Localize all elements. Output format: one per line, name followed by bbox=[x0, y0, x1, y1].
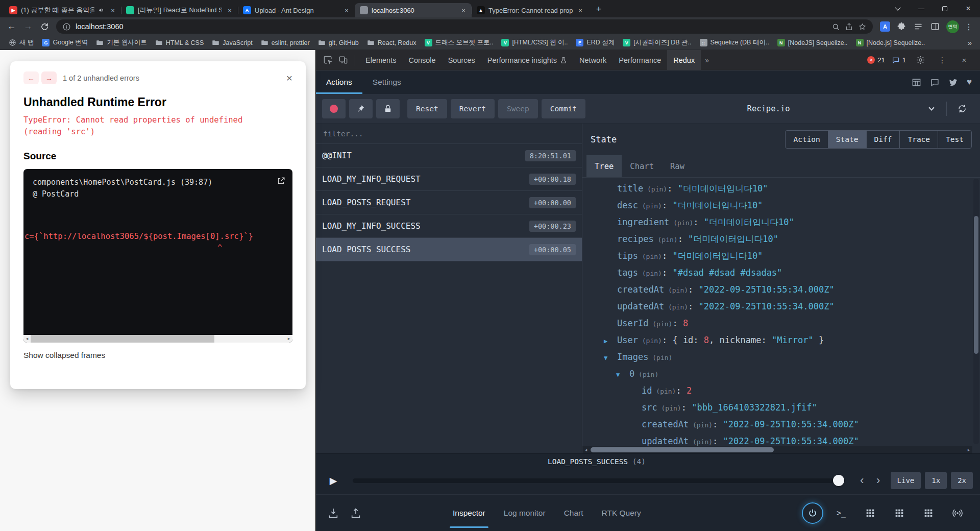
mode-button-state[interactable]: State bbox=[828, 130, 867, 149]
vertical-scroll-thumb[interactable] bbox=[974, 216, 978, 354]
tree-node[interactable]: recipes (pin): "더미데이터입니다10" bbox=[586, 231, 980, 248]
devtools-tab-performance-insights[interactable]: Performance insights bbox=[481, 50, 573, 70]
devtools-tab-elements[interactable]: Elements bbox=[359, 50, 402, 70]
address-bar[interactable]: localhost:3060 bbox=[56, 19, 873, 34]
bookmark-item[interactable]: JavaScript bbox=[208, 37, 256, 48]
grid-icon-2[interactable] bbox=[888, 502, 911, 524]
horizontal-scroll-thumb[interactable] bbox=[591, 447, 774, 452]
inspect-element-icon[interactable] bbox=[320, 53, 335, 67]
tree-node[interactable]: createdAt (pin): "2022-09-25T10:55:34.00… bbox=[586, 416, 980, 433]
view-tab-chart[interactable]: Chart bbox=[622, 155, 662, 177]
back-button[interactable]: ← bbox=[4, 19, 19, 34]
action-row[interactable]: LOAD_MY_INFO_SUCCESS+00:00.23 bbox=[316, 214, 582, 238]
url-text[interactable]: localhost:3060 bbox=[76, 22, 124, 31]
view-tab-tree[interactable]: Tree bbox=[586, 155, 622, 177]
sweep-button[interactable]: Sweep bbox=[498, 99, 538, 118]
vertical-scrollbar[interactable] bbox=[973, 179, 979, 444]
pin-label[interactable]: (pin) bbox=[638, 270, 662, 277]
action-row[interactable]: @@INIT8:20:51.01 bbox=[316, 144, 582, 167]
tree-node[interactable]: tags (pin): "#dsad #dsad #dsadas" bbox=[586, 264, 980, 281]
minimize-icon[interactable]: — bbox=[910, 0, 933, 17]
tree-node[interactable]: updatedAt (pin): "2022-09-25T10:55:34.00… bbox=[586, 298, 980, 315]
devtools-menu-icon[interactable]: ⋮ bbox=[935, 53, 950, 67]
issues-badge[interactable]: 1 bbox=[892, 56, 906, 64]
mode-button-diff[interactable]: Diff bbox=[866, 130, 900, 149]
tree-node[interactable]: createdAt (pin): "2022-09-25T10:55:34.00… bbox=[586, 281, 980, 298]
devtools-tab-performance[interactable]: Performance bbox=[612, 50, 667, 70]
pin-label[interactable]: (pin) bbox=[664, 303, 688, 311]
bookmark-item[interactable]: 새 탭 bbox=[5, 37, 37, 49]
bookmark-item[interactable]: GGoogle 번역 bbox=[38, 37, 91, 49]
collapse-icon[interactable]: ▼ bbox=[604, 350, 617, 367]
browser-tab[interactable]: [리뉴얼] React로 NodeBird SNS× bbox=[121, 3, 238, 17]
tab-close-icon[interactable]: × bbox=[226, 6, 234, 14]
collapse-icon[interactable]: ▼ bbox=[616, 367, 629, 383]
code-horizontal-scrollbar[interactable]: ◂ ▸ bbox=[23, 335, 292, 343]
new-tab-button[interactable]: + bbox=[592, 2, 606, 16]
pin-label[interactable]: (pin) bbox=[652, 388, 676, 395]
instance-selector[interactable]: Recipe.io bbox=[594, 99, 943, 118]
tree-node[interactable]: ▼0 (pin) bbox=[586, 366, 980, 382]
footer-tab-chart[interactable]: Chart bbox=[555, 495, 593, 531]
maximize-icon[interactable] bbox=[933, 0, 957, 17]
devtools-settings-icon[interactable] bbox=[913, 53, 928, 67]
source-file-path[interactable]: components\HomePost\PostCard.js (39:87) … bbox=[23, 169, 238, 201]
play-button[interactable]: ▶ bbox=[323, 470, 344, 491]
redux-tab-actions[interactable]: Actions bbox=[316, 70, 362, 94]
bookmark-item[interactable]: HTML & CSS bbox=[152, 37, 208, 48]
tab-search-icon[interactable] bbox=[886, 0, 910, 17]
horizontal-scrollbar[interactable]: ◂ ▸ bbox=[582, 446, 972, 453]
mode-button-trace[interactable]: Trace bbox=[899, 130, 938, 149]
step-back-button[interactable]: ‹ bbox=[854, 471, 870, 490]
reload-button[interactable] bbox=[37, 19, 52, 34]
tab-close-icon[interactable]: × bbox=[576, 6, 584, 14]
commit-button[interactable]: Commit bbox=[542, 99, 585, 118]
filter-input[interactable] bbox=[316, 130, 582, 138]
bookmark-item[interactable]: React, Redux bbox=[363, 37, 420, 48]
overlay-close-icon[interactable]: × bbox=[286, 72, 292, 84]
pin-label[interactable]: (pin) bbox=[638, 253, 662, 260]
open-in-editor-icon[interactable] bbox=[277, 177, 285, 185]
tree-node[interactable]: ▼Images (pin) bbox=[586, 349, 980, 366]
pin-label[interactable]: (pin) bbox=[648, 320, 672, 328]
reset-button[interactable]: Reset bbox=[407, 99, 447, 118]
remote-connection-button[interactable] bbox=[802, 502, 823, 524]
scroll-right-icon[interactable]: ▸ bbox=[965, 447, 972, 452]
scroll-right-icon[interactable]: ▸ bbox=[285, 336, 292, 341]
tree-node[interactable]: ingredient (pin): "더미데이터입니다10" bbox=[586, 214, 980, 231]
step-forward-button[interactable]: › bbox=[870, 471, 887, 490]
pin-button[interactable] bbox=[349, 99, 373, 118]
console-error-badge[interactable]: × 21 bbox=[867, 56, 885, 64]
footer-tab-rtk-query[interactable]: RTK Query bbox=[593, 495, 650, 531]
devtools-tab-redux[interactable]: Redux bbox=[667, 50, 701, 70]
export-button[interactable] bbox=[322, 502, 345, 524]
import-button[interactable] bbox=[345, 502, 367, 524]
pin-label[interactable]: (pin) bbox=[648, 354, 672, 361]
grid-icon-1[interactable] bbox=[859, 502, 881, 524]
bookmark-star-icon[interactable] bbox=[858, 22, 867, 31]
browser-tab[interactable]: ▶(1) 공부할 때 좋은 음악을 들× bbox=[4, 3, 121, 17]
pin-label[interactable]: (pin) bbox=[634, 371, 658, 378]
browser-menu-icon[interactable]: ⋮ bbox=[965, 22, 973, 32]
broadcast-icon[interactable] bbox=[946, 502, 969, 524]
pin-label[interactable]: (pin) bbox=[657, 404, 681, 412]
previous-error-button[interactable]: ← bbox=[23, 71, 39, 84]
share-icon[interactable] bbox=[845, 22, 853, 31]
profile-avatar[interactable]: 변덕 bbox=[946, 20, 959, 33]
speed-1x-button[interactable]: 1x bbox=[925, 472, 947, 489]
window-close-icon[interactable]: × bbox=[957, 0, 980, 17]
browser-tab[interactable]: AUpload - Ant Design× bbox=[238, 3, 355, 17]
scroll-left-icon[interactable]: ◂ bbox=[23, 336, 31, 341]
expand-icon[interactable]: ▶ bbox=[604, 333, 617, 350]
bookmark-item[interactable]: V[시퀄라이즈] DB 관.. bbox=[619, 37, 695, 49]
action-row[interactable]: LOAD_MY_INFO_REQUEST+00:00.18 bbox=[316, 167, 582, 191]
browser-tab[interactable]: localhost:3060× bbox=[355, 3, 472, 17]
footer-tab-inspector[interactable]: Inspector bbox=[444, 495, 495, 531]
bookmark-item[interactable]: 기본 웹사이트 bbox=[92, 37, 150, 49]
bookmark-item[interactable]: EERD 설계 bbox=[572, 37, 618, 49]
zoom-icon[interactable] bbox=[831, 22, 840, 31]
bookmark-item[interactable]: eslint, prettier bbox=[257, 37, 313, 48]
record-button[interactable] bbox=[322, 99, 346, 118]
pin-label[interactable]: (pin) bbox=[654, 236, 678, 244]
action-row[interactable]: LOAD_POSTS_REQUEST+00:00.00 bbox=[316, 191, 582, 214]
